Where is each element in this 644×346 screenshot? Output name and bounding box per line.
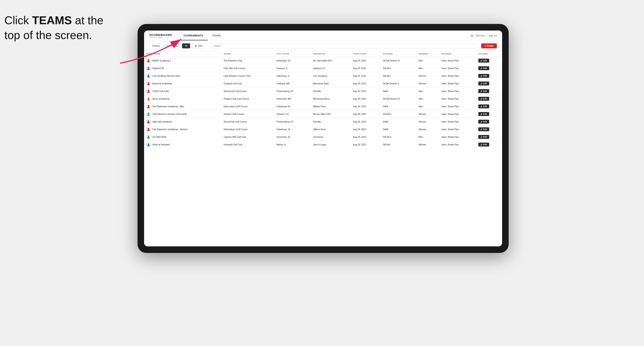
svg-point-15 — [148, 136, 149, 137]
edit-button[interactable]: Edit — [478, 82, 489, 85]
cell-event-name: Maverick Invitational — [144, 80, 222, 87]
tab-tournaments[interactable]: TOURNAMENTS — [179, 31, 208, 40]
cell-division: NAIA — [381, 126, 416, 133]
cell-division: NAIA — [381, 87, 416, 95]
cell-event-name: 2023 Women's Hesston Fall Kickoff — [144, 110, 222, 118]
cell-start-date: Aug 28, 2023 — [351, 126, 381, 133]
cell-division: NICAA II — [381, 110, 416, 118]
edit-button[interactable]: Edit — [478, 112, 489, 116]
cell-scoring: team, Stroke Play — [440, 118, 476, 126]
cell-division: NCAA Division II — [381, 80, 416, 87]
edit-button[interactable]: Edit — [478, 127, 489, 131]
cell-event-name: Highland 36 — [144, 65, 222, 72]
edit-icon — [480, 60, 482, 62]
cell-event-name: MSMC Qualifying 1 — [144, 57, 222, 65]
cell-gender: Women — [416, 118, 440, 126]
instruction-text: Click TEAMS at the top of the screen. — [4, 13, 104, 42]
logo-area: SCOREBOARD Powered by Clippd — [149, 33, 172, 38]
edit-button[interactable]: Edit — [478, 120, 489, 124]
edit-button[interactable]: Edit — [478, 66, 489, 70]
svg-point-10 — [148, 98, 149, 99]
cell-hosted-by: William Penn — [311, 126, 351, 133]
cell-gender: Women — [416, 126, 440, 133]
svg-point-13 — [148, 121, 149, 122]
tab-teams[interactable]: TEAMS — [208, 31, 225, 40]
table-row: Klash at Kokopelli Kokopelli Golf Club M… — [144, 141, 502, 149]
cell-city-state: Deerwood, MN — [274, 95, 311, 103]
table-row: Highland 36 Park Hills Golf Course Freep… — [144, 65, 502, 72]
cell-actions: Edit — [476, 95, 502, 103]
cell-hosted-by: Highland CC — [311, 65, 351, 72]
create-button[interactable]: + Create — [481, 43, 497, 48]
cell-venue: StoneCrest Golf Course — [222, 87, 274, 95]
cell-start-date: Aug 28, 2023 — [351, 87, 381, 95]
cell-scoring: team, Stroke Play — [440, 95, 476, 103]
filter-button[interactable]: Filter — [192, 43, 206, 48]
settings-icon[interactable] — [470, 34, 474, 37]
cell-gender: Men — [416, 65, 440, 72]
edit-button[interactable]: Edit — [478, 104, 489, 108]
cell-hosted-by: Vincennes — [311, 133, 351, 141]
table-container[interactable]: EVENT NAME VENUE CITY, STATE HOSTED BY S… — [144, 51, 502, 246]
nav-right: Test User | Sign out — [470, 34, 497, 37]
cell-event-name: upike fall invitational — [144, 118, 222, 126]
cell-scoring: team, Stroke Play — [440, 103, 476, 110]
table-row: Fall Statesmen Invitational - Men Edmund… — [144, 103, 502, 110]
cell-venue: Hesston Golf Course — [222, 110, 274, 118]
cell-hosted-by: Murray State (OK) — [311, 110, 351, 118]
tablet-screen: SCOREBOARD Powered by Clippd TOURNAMENTS… — [144, 30, 502, 246]
cell-hosted-by: Carl Sandburg — [311, 72, 351, 80]
cell-city-state: Hesston, KS — [274, 110, 311, 118]
cell-event-name: VU PREVIEW — [144, 133, 222, 141]
edit-button[interactable]: Edit — [478, 89, 489, 93]
cell-scoring: team, Stroke Play — [440, 133, 476, 141]
cell-venue: Edmundson Golf Course — [222, 103, 274, 110]
cell-gender: Men — [416, 133, 440, 141]
search-input[interactable] — [211, 43, 476, 49]
filter-competing[interactable]: Competing — [164, 43, 180, 48]
nav-separator: | — [486, 34, 487, 37]
filter-icon — [195, 45, 197, 47]
table-row: Fall Statesmen Invitational - Women Edmu… — [144, 126, 502, 133]
cell-gender: Women — [416, 72, 440, 80]
cell-hosted-by: Minnesota State — [311, 80, 351, 87]
cell-city-state: Marion, IL — [274, 141, 311, 149]
tablet-frame: SCOREBOARD Powered by Clippd TOURNAMENTS… — [138, 24, 509, 253]
cell-actions: Edit — [476, 72, 502, 80]
filter-all[interactable]: All — [182, 43, 190, 48]
cell-city-state: Freeport, IL — [274, 65, 311, 72]
edit-button[interactable]: Edit — [478, 135, 489, 139]
col-actions: ACTIONS — [476, 51, 502, 57]
cell-city-state: Oskaloosa, IA — [274, 103, 311, 110]
edit-icon — [480, 75, 482, 77]
cell-city-state: Newburgh, NY — [274, 57, 311, 65]
cell-venue: Edmundson Golf Course — [222, 126, 274, 133]
svg-point-9 — [148, 90, 149, 92]
edit-button[interactable]: Edit — [478, 97, 489, 101]
col-event-name: EVENT NAME — [144, 51, 222, 57]
search-box — [211, 43, 476, 49]
cell-start-date: Aug 25, 2023 — [351, 65, 381, 72]
cell-city-state: Galesburg, IL — [274, 72, 311, 80]
cell-actions: Edit — [476, 87, 502, 95]
svg-point-11 — [148, 105, 149, 107]
cell-scoring: team, Stroke Play — [440, 87, 476, 95]
col-division: DIVISION — [381, 51, 416, 57]
logo-sub: Powered by Clippd — [149, 37, 172, 38]
cell-venue: Park Hills Golf Course — [222, 65, 274, 72]
edit-button[interactable]: Edit — [478, 59, 489, 63]
cell-event-name: UPIKE Fall Invite — [144, 87, 222, 95]
cell-start-date: Aug 28, 2023 — [351, 141, 381, 149]
edit-button[interactable]: Edit — [478, 143, 489, 147]
table-row: 2023 Women's Hesston Fall Kickoff Hessto… — [144, 110, 502, 118]
sign-out-link[interactable]: Sign out — [489, 34, 497, 37]
cell-hosted-by: John A Logan — [311, 141, 351, 149]
cell-division: NICAA I — [381, 65, 416, 72]
cell-division: NAIA — [381, 103, 416, 110]
edit-button[interactable]: Edit — [478, 74, 489, 78]
cell-event-name: Fall Statesmen Invitational - Men — [144, 103, 222, 110]
cell-city-state: Vincennes, IN — [274, 133, 311, 141]
cell-venue: The Powelton Club — [222, 57, 274, 65]
cell-event-name: Fall Statesmen Invitational - Women — [144, 126, 222, 133]
filter-hosting[interactable]: Hosting — [149, 43, 162, 48]
